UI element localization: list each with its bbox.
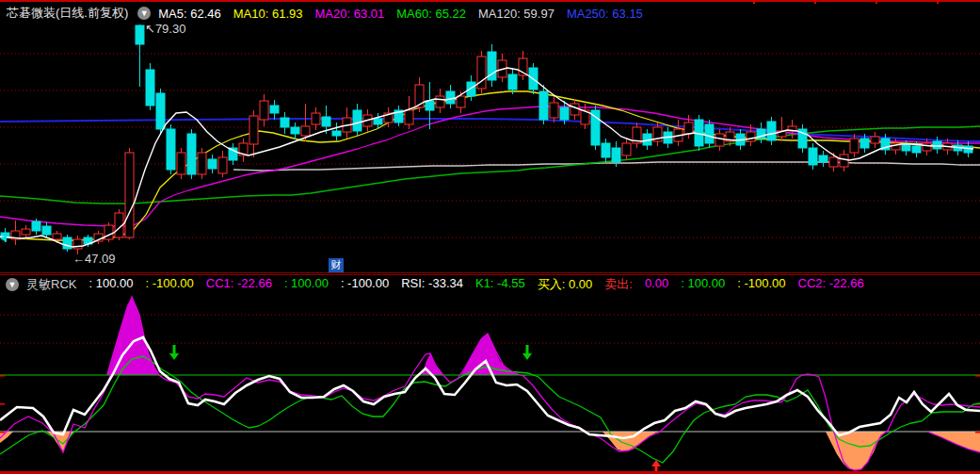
- candle-body: [353, 110, 361, 131]
- indicator-header: ▼ 灵敏RCK : 100.00: -100.00CC1: -22.66: 10…: [0, 274, 980, 294]
- indicator-value-3: : 100.00: [284, 276, 329, 293]
- high-price-label: ↖79.30: [145, 22, 185, 36]
- candle-body: [291, 127, 299, 134]
- candle-body: [218, 157, 227, 173]
- sell-arrow-down: [522, 345, 532, 360]
- candle-body: [550, 103, 558, 118]
- ma-value-0: MA5: 62.46: [158, 7, 221, 21]
- event-badge[interactable]: 财: [329, 258, 344, 272]
- candle-body: [73, 239, 82, 249]
- candle-body: [136, 25, 144, 44]
- candle-body: [612, 148, 620, 162]
- candle-body: [467, 82, 475, 96]
- panel-divider: [0, 272, 980, 273]
- indicator-value-2: CC1: -22.66: [206, 276, 272, 293]
- ma-value-1: MA10: 61.93: [233, 7, 303, 21]
- chart-canvas[interactable]: [0, 2, 980, 474]
- candle-body: [860, 139, 869, 148]
- candle-body: [187, 134, 196, 174]
- sell-arrow-down: [169, 345, 179, 360]
- axis-tick: [975, 375, 980, 377]
- indicator-value-11: : -100.00: [737, 276, 785, 293]
- indicator-name: 灵敏RCK: [26, 276, 76, 293]
- candle-body: [125, 153, 134, 237]
- chevron-down-icon[interactable]: ▼: [6, 278, 19, 291]
- candle-body: [156, 93, 165, 129]
- candle-body: [923, 143, 931, 151]
- indicator-value-4: : -100.00: [341, 276, 389, 293]
- indicator-value-9: 0.00: [645, 276, 668, 293]
- candle-body: [177, 153, 185, 174]
- candle-body: [767, 122, 776, 140]
- candle-body: [146, 70, 154, 106]
- candle-body: [570, 104, 579, 115]
- symbol-title: 芯碁微装(日线.前复权): [7, 5, 128, 22]
- candle-body: [42, 226, 51, 235]
- indicator-value-7: 买入: 0.00: [538, 276, 593, 293]
- chart-window: 芯碁微装(日线.前复权) ▼ MA5: 62.46MA10: 61.93MA20…: [0, 0, 980, 474]
- candle-body: [63, 237, 72, 249]
- candle-body: [332, 131, 341, 136]
- indicator-value-5: RSI: -33.34: [401, 276, 463, 293]
- axis-tick: [0, 432, 5, 433]
- candle-body: [301, 126, 310, 136]
- candle-body: [53, 234, 61, 239]
- candle-body: [850, 139, 859, 153]
- axis-tick: [0, 403, 5, 405]
- scroll-left-icon[interactable]: [0, 235, 7, 242]
- ma-value-2: MA20: 63.01: [315, 7, 385, 21]
- candle-body: [198, 153, 206, 174]
- candle-body: [871, 137, 879, 143]
- indicator-value-6: K1: -4.55: [475, 276, 525, 293]
- candle-body: [322, 117, 330, 126]
- candle-body: [933, 141, 941, 149]
- candle-body: [104, 225, 113, 239]
- indicator-value-10: : 100.00: [681, 276, 725, 293]
- candle-body: [705, 124, 714, 143]
- candle-body: [539, 91, 548, 120]
- candle-body: [902, 145, 910, 151]
- oversold-fill: [0, 432, 13, 443]
- candle-body: [208, 159, 217, 169]
- indicator-value-8: 卖出:: [604, 276, 633, 293]
- indicator-peak-fill: [461, 334, 527, 376]
- indicator-value-0: : 100.00: [88, 276, 133, 293]
- axis-tick: [0, 375, 5, 377]
- buy-arrow-up: [651, 460, 661, 474]
- candle-body: [684, 123, 693, 134]
- candle-body: [560, 107, 569, 120]
- low-price-label: ←47.09: [72, 252, 116, 266]
- candle-body: [819, 155, 827, 162]
- candle-body: [446, 91, 455, 104]
- ma-value-3: MA60: 65.22: [396, 7, 466, 21]
- candle-body: [912, 146, 921, 153]
- main-chart-header: 芯碁微装(日线.前复权) ▼ MA5: 62.46MA10: 61.93MA20…: [0, 4, 980, 23]
- ma120-line: [233, 162, 980, 171]
- indicator-value-1: : -100.00: [145, 276, 193, 293]
- ma-value-5: MA250: 63.15: [567, 7, 643, 21]
- axis-tick: [975, 432, 980, 433]
- candle-body: [260, 101, 268, 120]
- candle-body: [426, 101, 434, 110]
- candle-body: [249, 116, 258, 144]
- candle-body: [167, 129, 175, 170]
- indicator-value-12: CC2: -22.66: [798, 276, 864, 293]
- candle-body: [405, 110, 413, 124]
- ma-value-4: MA120: 59.97: [478, 7, 554, 21]
- candle-body: [715, 134, 724, 146]
- candle-body: [457, 96, 465, 107]
- candle-body: [840, 155, 848, 167]
- candle-body: [281, 118, 289, 127]
- ma-values-row: MA5: 62.46MA10: 61.93MA20: 63.01MA60: 65…: [158, 7, 655, 21]
- candle-body: [22, 229, 30, 235]
- candle-body: [374, 119, 382, 124]
- candle-body: [270, 106, 279, 113]
- candle-body: [602, 143, 610, 157]
- candle-body: [32, 221, 40, 231]
- candle-body: [622, 143, 631, 155]
- indicator-values-row: : 100.00: -100.00CC1: -22.66: 100.00: -1…: [88, 276, 876, 293]
- candle-body: [508, 74, 517, 90]
- candle-body: [809, 148, 817, 165]
- chevron-down-icon[interactable]: ▼: [137, 7, 151, 20]
- candle-body: [747, 132, 755, 141]
